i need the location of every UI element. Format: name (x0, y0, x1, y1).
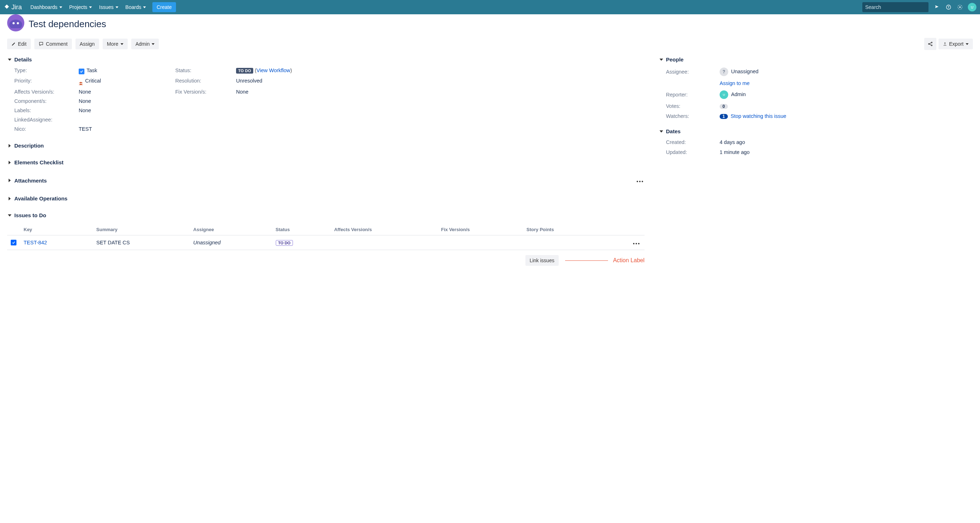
task-icon (79, 68, 84, 74)
affects-value: None (79, 89, 168, 95)
priority-label: Priority: (14, 78, 72, 86)
section-dates-title: Dates (666, 128, 681, 134)
annotation-line (565, 260, 608, 261)
section-description-toggle[interactable]: Description (7, 143, 644, 149)
nico-label: Nico: (14, 126, 72, 132)
section-issues-todo-toggle[interactable]: Issues to Do (7, 212, 644, 218)
col-status[interactable]: Status (272, 224, 331, 235)
svg-point-6 (972, 6, 973, 7)
share-button[interactable] (924, 38, 936, 50)
export-button[interactable]: Export (939, 39, 973, 49)
create-button[interactable]: Create (153, 2, 176, 12)
section-details-toggle[interactable]: Details (7, 57, 644, 62)
components-label: Component/s: (14, 98, 72, 104)
table-row: TEST-842 SET DATE CS Unassigned TO DO (7, 235, 644, 250)
section-avail-ops-toggle[interactable]: Available Operations (7, 195, 644, 201)
jira-logo[interactable]: Jira (3, 3, 22, 11)
dates-grid: Created: 4 days ago Updated: 1 minute ag… (659, 134, 973, 155)
svg-line-14 (929, 44, 931, 45)
cell-status-lozenge: TO DO (276, 240, 293, 246)
section-description-title: Description (14, 143, 44, 149)
link-issues-button[interactable]: Link issues (525, 255, 559, 266)
chevron-right-icon (9, 144, 11, 147)
edit-button[interactable]: Edit (7, 39, 31, 49)
fix-label: Fix Version/s: (175, 89, 229, 95)
svg-point-18 (633, 243, 635, 244)
col-assignee[interactable]: Assignee (189, 224, 272, 235)
col-fix[interactable]: Fix Version/s (438, 224, 523, 235)
svg-text:?: ? (947, 5, 949, 9)
help-icon[interactable]: ? (946, 4, 951, 10)
svg-point-4 (959, 6, 961, 8)
stop-watching-link[interactable]: Stop watching this issue (731, 113, 786, 119)
reporter-avatar-icon (720, 90, 728, 99)
jira-logo-icon (3, 4, 10, 10)
svg-point-17 (642, 181, 643, 182)
updated-value: 1 minute ago (720, 149, 973, 155)
user-avatar[interactable] (968, 3, 977, 11)
chevron-down-icon (8, 214, 11, 217)
nav-issues[interactable]: Issues (95, 0, 122, 14)
nav-boards[interactable]: Boards (122, 0, 150, 14)
svg-line-13 (929, 43, 931, 44)
annotation-text: Action Label (613, 257, 644, 264)
section-people-toggle[interactable]: People (659, 57, 973, 62)
reporter-label: Reporter: (666, 92, 720, 98)
search-box[interactable] (862, 2, 929, 12)
resolution-value: Unresolved (236, 78, 644, 86)
comment-icon (39, 41, 44, 46)
issue-header: Test dependencies (7, 16, 973, 32)
affects-label: Affects Version/s: (14, 89, 72, 95)
components-value: None (79, 98, 168, 104)
issues-table: Key Summary Assignee Status Affects Vers… (7, 224, 644, 250)
section-checklist-toggle[interactable]: Elements Checklist (7, 159, 644, 165)
chevron-right-icon (9, 197, 11, 200)
row-more-icon[interactable] (632, 238, 641, 247)
section-dates-toggle[interactable]: Dates (659, 128, 973, 134)
section-details-title: Details (14, 57, 32, 62)
feedback-icon[interactable] (934, 4, 940, 10)
people-grid: Assignee: ?Unassigned Assign to me Repor… (659, 62, 973, 119)
linked-assignee-label: LinkedAssignee: (14, 117, 72, 122)
section-attachments-toggle[interactable]: Attachments (7, 178, 47, 184)
critical-priority-icon (79, 82, 83, 86)
svg-point-10 (928, 44, 929, 44)
project-avatar[interactable] (7, 14, 24, 32)
export-icon (943, 42, 947, 46)
labels-label: Labels: (14, 108, 72, 113)
chevron-down-icon (660, 130, 663, 133)
issue-key-link[interactable]: TEST-842 (24, 240, 47, 246)
svg-point-12 (931, 45, 932, 46)
admin-button[interactable]: Admin (131, 39, 159, 49)
annotation: Action Label (565, 257, 644, 264)
reporter-value: Admin (720, 90, 973, 99)
section-avail-ops-title: Available Operations (14, 195, 68, 201)
chevron-right-icon (9, 161, 11, 164)
col-story-points[interactable]: Story Points (523, 224, 605, 235)
section-people-title: People (666, 57, 684, 62)
comment-button[interactable]: Comment (34, 39, 72, 49)
attachments-more-icon[interactable] (635, 176, 644, 185)
nav-dashboards[interactable]: Dashboards (27, 0, 66, 14)
col-key[interactable]: Key (20, 224, 92, 235)
updated-label: Updated: (666, 149, 720, 155)
assignee-label: Assignee: (666, 69, 720, 74)
more-button[interactable]: More (103, 39, 128, 49)
col-affects[interactable]: Affects Version/s (331, 224, 438, 235)
created-value: 4 days ago (720, 139, 973, 145)
assign-to-me-link[interactable]: Assign to me (720, 80, 750, 86)
col-summary[interactable]: Summary (92, 224, 189, 235)
top-navbar: Jira Dashboards Projects Issues Boards C… (0, 0, 980, 14)
chevron-down-icon (152, 43, 154, 45)
chevron-down-icon (8, 59, 11, 61)
search-input[interactable] (865, 4, 928, 10)
linked-assignee-value (79, 117, 168, 122)
view-workflow-link[interactable]: View Workflow (256, 68, 290, 73)
assign-button[interactable]: Assign (75, 39, 99, 49)
nav-projects[interactable]: Projects (66, 0, 96, 14)
cell-assignee: Unassigned (189, 235, 272, 250)
svg-point-22 (724, 94, 725, 95)
settings-icon[interactable] (957, 4, 963, 10)
brand-text: Jira (11, 3, 22, 11)
chevron-down-icon (143, 6, 146, 8)
